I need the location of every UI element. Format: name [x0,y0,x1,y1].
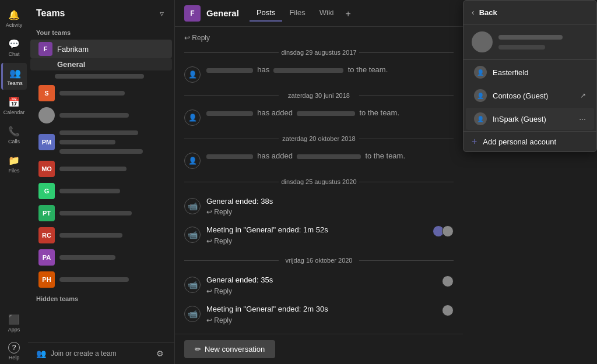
team-pt-avatar: PT [38,205,55,221]
messages-area: ↩ Reply dinsdag 29 augustus 2017 👤 has t… [175,27,463,334]
team-s-content [59,90,152,97]
sys-name-1 [206,68,253,73]
join-team-label[interactable]: Join or create a team [51,349,149,358]
meeting-title-4: Meeting in "General" ended: 2m 30s [206,305,328,313]
add-tab-button[interactable]: + [340,6,355,22]
sidebar-item-activity[interactable]: 🔔 Activity [1,5,27,31]
channel-placeholder-1 [55,74,144,79]
system-icon-1: 👤 [184,66,201,83]
team-fabrikam[interactable]: F Fabrikam ··· [30,40,172,58]
files-icon: 📁 [8,154,20,167]
filter-button[interactable]: ▿ [157,8,166,19]
sidebar-item-teams-label: Teams [7,80,23,86]
team-ph[interactable]: PH ··· [30,268,172,291]
system-icon-3: 👤 [184,153,201,169]
team-pa-bar [59,255,115,260]
settings-button[interactable]: ⚙ [154,348,166,359]
system-text-2: has added to the team. [206,108,454,117]
date-separator-1: dinsdag 29 augustus 2017 [184,44,454,61]
channel-tabs: Posts Files Wiki + [250,5,356,22]
account-dropdown-wrapper: ‹ Back 👤 Easterfield 👤 Contoso (Guest) ↗… [463,0,597,364]
tab-posts[interactable]: Posts [250,5,283,22]
team-ph-avatar: PH [38,271,55,288]
sidebar-item-chat-label: Chat [8,51,19,57]
system-text-1: has to the team. [206,65,454,74]
account-inspark-more-button[interactable]: ··· [579,114,586,123]
channel-header: F General Posts Files Wiki + [175,0,463,27]
channel-general[interactable]: General [30,58,172,70]
sys-name-3 [206,154,253,159]
sidebar-item-files[interactable]: 📁 Files [1,150,27,177]
team-pa-avatar: PA [38,249,55,266]
meeting-row-4: Meeting in "General" ended: 2m 30s [206,305,454,316]
team-pt[interactable]: PT ··· [30,202,172,224]
sidebar-item-help-label: Help [9,355,20,361]
team-rc[interactable]: RC ··· [30,224,172,246]
meeting-avatars-3 [442,275,454,287]
account-inspark[interactable]: 👤 InSpark (Guest) ··· [466,108,594,130]
reply-link-3[interactable]: ↩ Reply [206,287,454,295]
account-easterfield-icon: 👤 [474,66,487,79]
join-team-icon: 👥 [36,349,46,358]
account-easterfield[interactable]: 👤 Easterfield [466,61,594,83]
add-account-item[interactable]: + Add personal account [463,131,596,151]
meeting-title-3: General ended: 35s [206,275,273,284]
teams-panel-title: Teams [36,8,65,19]
sidebar-item-chat[interactable]: 💬 Chat [1,34,27,61]
team-g[interactable]: G ··· [30,180,172,202]
sys-action-2 [297,111,355,116]
sidebar-item-help[interactable]: ? Help [1,338,27,364]
team-pm[interactable]: PM ··· [30,126,172,158]
team-s-avatar: S [38,85,55,101]
tab-files[interactable]: Files [282,5,312,22]
sidebar-item-calls-label: Calls [8,139,20,144]
meeting-msg-1: 📹 General ended: 38s ↩ Reply [184,192,454,221]
teams-panel-header: Teams ▿ [28,0,174,27]
team-pa[interactable]: PA ··· [30,246,172,268]
team-pm-bar3 [59,149,143,154]
new-conversation-button[interactable]: ✏ New conversation [184,340,275,358]
sidebar-nav: 🔔 Activity 💬 Chat 👥 Teams 📅 Calendar 📞 C… [0,0,28,364]
team-generic[interactable]: ··· [30,104,172,126]
team-mo[interactable]: MO ··· [30,158,172,180]
meeting-avatar-2b [442,225,454,237]
account-inspark-icon: 👤 [474,112,487,125]
team-s[interactable]: S ··· [30,82,172,104]
account-back-button[interactable]: ‹ [472,8,475,17]
sidebar-item-teams[interactable]: 👥 Teams [1,63,27,90]
team-rc-content [59,232,152,239]
meeting-msg-3: 📹 General ended: 35s ↩ Reply [184,271,454,300]
sidebar-item-apps-label: Apps [8,327,20,333]
sidebar-item-apps[interactable]: ⬛ Apps [1,309,27,336]
help-icon: ? [8,342,20,354]
tab-wiki[interactable]: Wiki [312,5,341,22]
meeting-icon-2: 📹 [184,227,201,243]
team-pm-content [59,129,152,155]
team-s-bar [59,91,125,96]
sidebar-item-calendar[interactable]: 📅 Calendar [1,92,27,119]
account-dropdown: ‹ Back 👤 Easterfield 👤 Contoso (Guest) ↗… [463,0,597,152]
account-back-label: Back [479,8,497,17]
activity-icon: 🔔 [8,8,20,21]
account-user-info [498,34,588,51]
sidebar-item-calls[interactable]: 📞 Calls [1,121,27,148]
chat-icon: 💬 [8,37,20,50]
meeting-msg-2: 📹 Meeting in "General" ended: 1m 52s ↩ R… [184,221,454,250]
system-message-1: 👤 has to the team. [184,63,454,85]
panel-footer: 👥 Join or create a team ⚙ [28,342,174,364]
reply-link-4[interactable]: ↩ Reply [206,316,454,324]
teams-icon: 👥 [9,66,22,79]
calls-icon: 📞 [8,125,20,137]
meeting-avatars-2 [433,225,454,237]
account-contoso-name: Contoso (Guest) [493,91,574,100]
meeting-avatar-3 [442,275,454,287]
reply-link-2[interactable]: ↩ Reply [206,237,454,245]
team-pa-content [59,254,152,261]
reply-link-1[interactable]: ↩ Reply [206,208,454,216]
account-easterfield-name: Easterfield [493,68,586,77]
account-contoso[interactable]: 👤 Contoso (Guest) ↗ [466,84,594,107]
reply-link-top[interactable]: ↩ Reply [184,34,454,42]
account-email-bar [498,45,545,50]
team-ph-content [59,276,152,283]
team-generic-content [59,112,152,119]
